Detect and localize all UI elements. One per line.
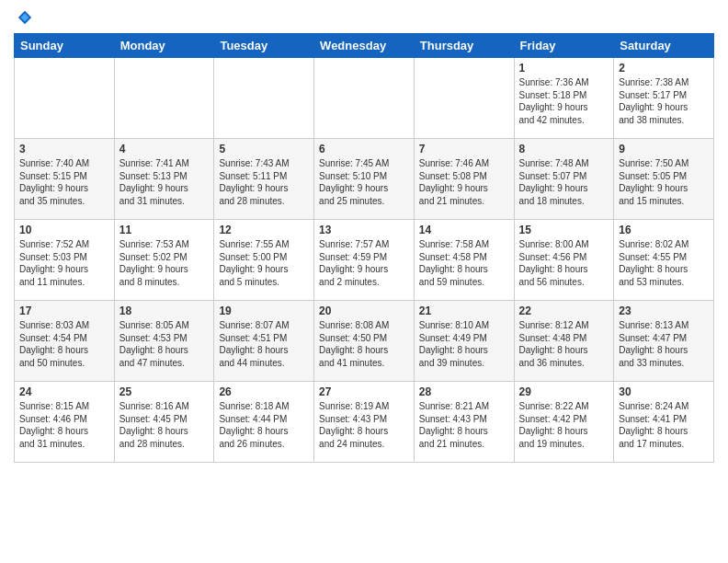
day-cell: 3Sunrise: 7:40 AM Sunset: 5:15 PM Daylig… xyxy=(15,139,115,220)
day-number: 21 xyxy=(419,304,509,317)
logo-icon xyxy=(17,9,33,26)
day-number: 12 xyxy=(219,224,309,236)
col-header-wednesday: Wednesday xyxy=(314,34,415,58)
week-row-3: 10Sunrise: 7:52 AM Sunset: 5:03 PM Dayli… xyxy=(15,220,714,301)
day-cell: 7Sunrise: 7:46 AM Sunset: 5:08 PM Daylig… xyxy=(414,139,514,220)
day-cell: 8Sunrise: 7:48 AM Sunset: 5:07 PM Daylig… xyxy=(514,139,614,220)
day-info: Sunrise: 8:07 AM Sunset: 4:51 PM Dayligh… xyxy=(219,319,309,369)
day-info: Sunrise: 8:15 AM Sunset: 4:46 PM Dayligh… xyxy=(19,400,109,450)
col-header-thursday: Thursday xyxy=(414,34,514,58)
day-cell: 15Sunrise: 8:00 AM Sunset: 4:56 PM Dayli… xyxy=(514,220,614,301)
day-info: Sunrise: 7:45 AM Sunset: 5:10 PM Dayligh… xyxy=(319,157,409,207)
day-cell: 30Sunrise: 8:24 AM Sunset: 4:41 PM Dayli… xyxy=(614,382,714,463)
logo-area xyxy=(14,9,33,26)
day-info: Sunrise: 7:52 AM Sunset: 5:03 PM Dayligh… xyxy=(19,238,109,288)
day-number: 5 xyxy=(219,143,309,155)
day-cell: 1Sunrise: 7:36 AM Sunset: 5:18 PM Daylig… xyxy=(514,58,614,139)
day-cell: 12Sunrise: 7:55 AM Sunset: 5:00 PM Dayli… xyxy=(214,220,314,301)
day-info: Sunrise: 7:55 AM Sunset: 5:00 PM Dayligh… xyxy=(219,238,309,288)
day-number: 19 xyxy=(219,304,309,317)
day-cell: 21Sunrise: 8:10 AM Sunset: 4:49 PM Dayli… xyxy=(414,301,514,382)
col-header-monday: Monday xyxy=(114,34,214,58)
day-cell xyxy=(114,58,214,139)
day-cell: 16Sunrise: 8:02 AM Sunset: 4:55 PM Dayli… xyxy=(614,220,714,301)
day-info: Sunrise: 7:58 AM Sunset: 4:58 PM Dayligh… xyxy=(419,238,509,288)
day-info: Sunrise: 8:21 AM Sunset: 4:43 PM Dayligh… xyxy=(419,400,509,450)
day-number: 25 xyxy=(119,385,210,398)
day-cell: 14Sunrise: 7:58 AM Sunset: 4:58 PM Dayli… xyxy=(414,220,514,301)
day-number: 10 xyxy=(19,224,109,236)
day-info: Sunrise: 8:02 AM Sunset: 4:55 PM Dayligh… xyxy=(619,238,709,288)
day-cell: 2Sunrise: 7:38 AM Sunset: 5:17 PM Daylig… xyxy=(614,58,714,139)
calendar-table: SundayMondayTuesdayWednesdayThursdayFrid… xyxy=(14,33,714,463)
day-number: 6 xyxy=(319,143,409,155)
week-row-4: 17Sunrise: 8:03 AM Sunset: 4:54 PM Dayli… xyxy=(15,301,714,382)
day-number: 27 xyxy=(319,385,409,398)
day-number: 1 xyxy=(519,62,609,75)
day-cell xyxy=(15,58,115,139)
day-info: Sunrise: 7:38 AM Sunset: 5:17 PM Dayligh… xyxy=(619,76,709,126)
day-cell: 20Sunrise: 8:08 AM Sunset: 4:50 PM Dayli… xyxy=(314,301,415,382)
day-number: 4 xyxy=(119,143,210,155)
day-cell: 19Sunrise: 8:07 AM Sunset: 4:51 PM Dayli… xyxy=(214,301,314,382)
day-cell: 5Sunrise: 7:43 AM Sunset: 5:11 PM Daylig… xyxy=(214,139,314,220)
header-row: SundayMondayTuesdayWednesdayThursdayFrid… xyxy=(15,34,714,58)
day-info: Sunrise: 8:00 AM Sunset: 4:56 PM Dayligh… xyxy=(519,238,609,288)
day-info: Sunrise: 7:36 AM Sunset: 5:18 PM Dayligh… xyxy=(519,76,609,126)
week-row-5: 24Sunrise: 8:15 AM Sunset: 4:46 PM Dayli… xyxy=(15,382,714,463)
day-cell xyxy=(314,58,415,139)
logo xyxy=(14,9,33,26)
day-cell: 9Sunrise: 7:50 AM Sunset: 5:05 PM Daylig… xyxy=(614,139,714,220)
day-info: Sunrise: 8:24 AM Sunset: 4:41 PM Dayligh… xyxy=(619,400,709,450)
day-number: 8 xyxy=(519,143,609,155)
header xyxy=(14,9,714,26)
day-number: 11 xyxy=(119,224,210,236)
day-number: 20 xyxy=(319,304,409,317)
day-cell: 10Sunrise: 7:52 AM Sunset: 5:03 PM Dayli… xyxy=(15,220,115,301)
day-info: Sunrise: 7:43 AM Sunset: 5:11 PM Dayligh… xyxy=(219,157,309,207)
day-cell: 23Sunrise: 8:13 AM Sunset: 4:47 PM Dayli… xyxy=(614,301,714,382)
day-cell: 28Sunrise: 8:21 AM Sunset: 4:43 PM Dayli… xyxy=(414,382,514,463)
day-cell: 25Sunrise: 8:16 AM Sunset: 4:45 PM Dayli… xyxy=(114,382,214,463)
day-cell: 24Sunrise: 8:15 AM Sunset: 4:46 PM Dayli… xyxy=(15,382,115,463)
day-info: Sunrise: 8:12 AM Sunset: 4:48 PM Dayligh… xyxy=(519,319,609,369)
col-header-saturday: Saturday xyxy=(614,34,714,58)
day-info: Sunrise: 8:22 AM Sunset: 4:42 PM Dayligh… xyxy=(519,400,609,450)
day-info: Sunrise: 7:40 AM Sunset: 5:15 PM Dayligh… xyxy=(19,157,109,207)
day-number: 13 xyxy=(319,224,409,236)
day-cell: 13Sunrise: 7:57 AM Sunset: 4:59 PM Dayli… xyxy=(314,220,415,301)
day-info: Sunrise: 8:03 AM Sunset: 4:54 PM Dayligh… xyxy=(19,319,109,369)
day-number: 30 xyxy=(619,385,709,398)
day-number: 24 xyxy=(19,385,109,398)
day-number: 26 xyxy=(219,385,309,398)
day-number: 15 xyxy=(519,224,609,236)
day-info: Sunrise: 8:13 AM Sunset: 4:47 PM Dayligh… xyxy=(619,319,709,369)
week-row-1: 1Sunrise: 7:36 AM Sunset: 5:18 PM Daylig… xyxy=(15,58,714,139)
day-number: 3 xyxy=(19,143,109,155)
day-info: Sunrise: 7:46 AM Sunset: 5:08 PM Dayligh… xyxy=(419,157,509,207)
day-number: 29 xyxy=(519,385,609,398)
day-number: 22 xyxy=(519,304,609,317)
day-cell: 22Sunrise: 8:12 AM Sunset: 4:48 PM Dayli… xyxy=(514,301,614,382)
day-cell: 11Sunrise: 7:53 AM Sunset: 5:02 PM Dayli… xyxy=(114,220,214,301)
day-cell: 18Sunrise: 8:05 AM Sunset: 4:53 PM Dayli… xyxy=(114,301,214,382)
page: SundayMondayTuesdayWednesdayThursdayFrid… xyxy=(0,0,728,563)
day-info: Sunrise: 8:19 AM Sunset: 4:43 PM Dayligh… xyxy=(319,400,409,450)
day-number: 14 xyxy=(419,224,509,236)
day-info: Sunrise: 8:10 AM Sunset: 4:49 PM Dayligh… xyxy=(419,319,509,369)
day-cell: 17Sunrise: 8:03 AM Sunset: 4:54 PM Dayli… xyxy=(15,301,115,382)
day-cell: 4Sunrise: 7:41 AM Sunset: 5:13 PM Daylig… xyxy=(114,139,214,220)
day-info: Sunrise: 8:18 AM Sunset: 4:44 PM Dayligh… xyxy=(219,400,309,450)
day-cell: 27Sunrise: 8:19 AM Sunset: 4:43 PM Dayli… xyxy=(314,382,415,463)
week-row-2: 3Sunrise: 7:40 AM Sunset: 5:15 PM Daylig… xyxy=(15,139,714,220)
day-number: 2 xyxy=(619,62,709,75)
day-number: 7 xyxy=(419,143,509,155)
day-number: 9 xyxy=(619,143,709,155)
day-info: Sunrise: 8:16 AM Sunset: 4:45 PM Dayligh… xyxy=(119,400,210,450)
day-number: 17 xyxy=(19,304,109,317)
day-cell xyxy=(214,58,314,139)
day-cell xyxy=(414,58,514,139)
day-info: Sunrise: 7:53 AM Sunset: 5:02 PM Dayligh… xyxy=(119,238,210,288)
day-info: Sunrise: 7:57 AM Sunset: 4:59 PM Dayligh… xyxy=(319,238,409,288)
day-info: Sunrise: 7:41 AM Sunset: 5:13 PM Dayligh… xyxy=(119,157,210,207)
